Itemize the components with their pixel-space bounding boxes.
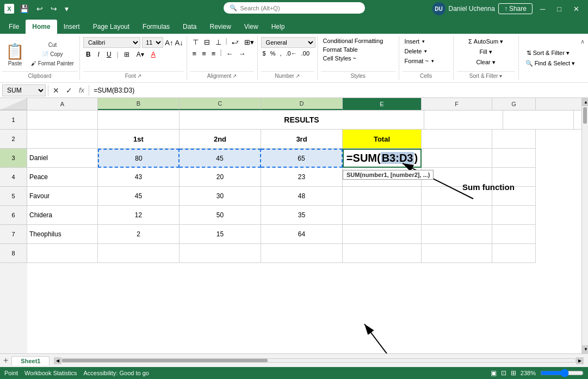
cell-f6[interactable] — [422, 206, 492, 225]
name-box[interactable]: SUM — [2, 84, 46, 96]
sort-filter-button[interactable]: ⇅ Sort & Filter ▾ — [522, 48, 574, 58]
font-family-select[interactable]: Calibri — [83, 37, 140, 48]
cell-c8[interactable] — [180, 244, 261, 263]
align-middle-button[interactable]: ⊟ — [202, 37, 212, 47]
maximize-button[interactable]: □ — [553, 4, 566, 14]
cell-g6[interactable] — [492, 206, 536, 225]
tab-file[interactable]: File — [2, 20, 26, 34]
cell-c4[interactable]: 20 — [180, 168, 261, 187]
sort-filter-btn[interactable]: Sort & Filter ▾ — [469, 73, 503, 79]
tab-formulas[interactable]: Formulas — [136, 20, 176, 34]
cell-c5[interactable]: 30 — [180, 187, 261, 206]
cell-c6[interactable]: 50 — [180, 206, 261, 225]
horizontal-scrollbar[interactable]: ◀ ▶ — [54, 357, 584, 364]
decrease-decimal-button[interactable]: .0← — [284, 50, 299, 57]
increase-decimal-button[interactable]: .00 — [300, 50, 311, 57]
decrease-indent-button[interactable]: ← — [224, 48, 236, 59]
zoom-slider[interactable] — [540, 369, 584, 377]
row-header-1[interactable]: 1 — [0, 111, 27, 130]
scroll-left-button[interactable]: ◀ — [54, 357, 61, 364]
row-header-7[interactable]: 7 — [0, 225, 27, 244]
cell-d5[interactable]: 48 — [261, 187, 343, 206]
row-header-3[interactable]: 3 — [0, 149, 27, 168]
row-header-5[interactable]: 5 — [0, 187, 27, 206]
cell-e3[interactable]: =SUM(B3:D3) SUM(number1, [number2], ...) — [343, 149, 422, 168]
align-top-button[interactable]: ⊤ — [190, 37, 201, 47]
italic-button[interactable]: I — [95, 50, 102, 59]
cell-e5[interactable] — [343, 187, 422, 206]
cell-b2[interactable]: 1st — [98, 130, 180, 149]
page-break-view-button[interactable]: ⊞ — [511, 369, 516, 377]
fill-button[interactable]: Fill ▾ — [457, 47, 515, 57]
redo-button[interactable]: ↪ — [48, 3, 59, 14]
row-header-4[interactable]: 4 — [0, 168, 27, 187]
col-header-f[interactable]: F — [422, 98, 492, 110]
cell-d2[interactable]: 3rd — [261, 130, 343, 149]
tab-data[interactable]: Data — [176, 20, 203, 34]
cell-g2[interactable] — [492, 130, 536, 149]
cell-f8[interactable] — [422, 244, 492, 263]
cell-f1[interactable] — [503, 111, 574, 130]
clear-button[interactable]: Clear ▾ — [457, 58, 515, 67]
tab-home[interactable]: Home — [26, 20, 57, 34]
cell-f2[interactable] — [422, 130, 492, 149]
cell-a4[interactable]: Peace — [27, 168, 98, 187]
h-scroll-thumb[interactable] — [62, 359, 267, 362]
cell-f5[interactable] — [422, 187, 492, 206]
align-right-button[interactable]: ≡ — [209, 48, 218, 59]
delete-dropdown-icon[interactable]: ▾ — [424, 48, 427, 54]
wrap-text-button[interactable]: ⮐ — [230, 37, 241, 47]
insert-button[interactable]: Insert — [403, 37, 422, 46]
cell-d6[interactable]: 35 — [261, 206, 343, 225]
format-dropdown-icon[interactable]: ▾ — [431, 58, 434, 64]
scroll-right-button[interactable]: ▶ — [576, 357, 584, 364]
align-left-button[interactable]: ≡ — [190, 48, 199, 59]
percent-button[interactable]: % — [269, 50, 277, 57]
tab-review[interactable]: Review — [203, 20, 237, 34]
collapse-ribbon-button[interactable]: ∧ — [578, 38, 587, 45]
cell-a8[interactable] — [27, 244, 98, 263]
number-expand-icon[interactable]: ↗ — [295, 73, 300, 79]
font-size-select[interactable]: 11 — [142, 37, 163, 48]
borders-button[interactable]: ⊞ — [121, 50, 132, 59]
row-header-6[interactable]: 6 — [0, 206, 27, 225]
close-button[interactable]: ✕ — [569, 4, 584, 14]
col-header-g[interactable]: G — [492, 98, 536, 110]
cell-a5[interactable]: Favour — [27, 187, 98, 206]
cell-d8[interactable] — [261, 244, 343, 263]
cell-d4[interactable]: 23 — [261, 168, 343, 187]
cell-a6[interactable]: Chidera — [27, 206, 98, 225]
alignment-expand-icon[interactable]: ↗ — [232, 73, 237, 79]
confirm-formula-button[interactable]: ✓ — [64, 86, 75, 95]
scroll-up-button[interactable]: ▲ — [582, 98, 588, 106]
font-grow-button[interactable]: A↑ — [165, 39, 173, 47]
cell-g4[interactable] — [492, 168, 536, 187]
cell-g7[interactable] — [492, 225, 536, 244]
find-select-button[interactable]: 🔍 Find & Select ▾ — [522, 59, 574, 68]
font-expand-icon[interactable]: ↗ — [137, 73, 141, 79]
scroll-thumb[interactable] — [583, 107, 587, 124]
cell-g5[interactable] — [492, 187, 536, 206]
cut-button[interactable]: Cut — [29, 41, 76, 49]
save-button[interactable]: 💾 — [17, 3, 31, 14]
merge-button[interactable]: ⊞▾ — [242, 37, 256, 47]
copy-button[interactable]: 📄 Copy — [29, 50, 76, 58]
font-color-button[interactable]: A — [148, 50, 158, 59]
comma-button[interactable]: , — [278, 50, 283, 57]
format-painter-button[interactable]: 🖌 Format Painter — [29, 59, 76, 68]
paste-button[interactable]: 📋 Paste — [2, 41, 28, 68]
number-format-select[interactable]: General — [261, 37, 315, 48]
cell-e2[interactable]: Total — [343, 130, 422, 149]
fill-color-button[interactable]: A▾ — [134, 50, 147, 59]
cell-b6[interactable]: 12 — [98, 206, 180, 225]
conditional-formatting-button[interactable]: Conditional Formatting — [321, 37, 395, 45]
cell-b4[interactable]: 43 — [98, 168, 180, 187]
formula-input[interactable] — [91, 87, 586, 94]
bold-button[interactable]: B — [83, 50, 94, 59]
delete-button[interactable]: Delete — [403, 47, 424, 56]
cell-c2[interactable]: 2nd — [180, 130, 261, 149]
cell-a3[interactable]: Daniel — [27, 149, 98, 168]
align-center-button[interactable]: ≡ — [200, 48, 208, 59]
cell-e6[interactable] — [343, 206, 422, 225]
cell-b7[interactable]: 2 — [98, 225, 180, 244]
